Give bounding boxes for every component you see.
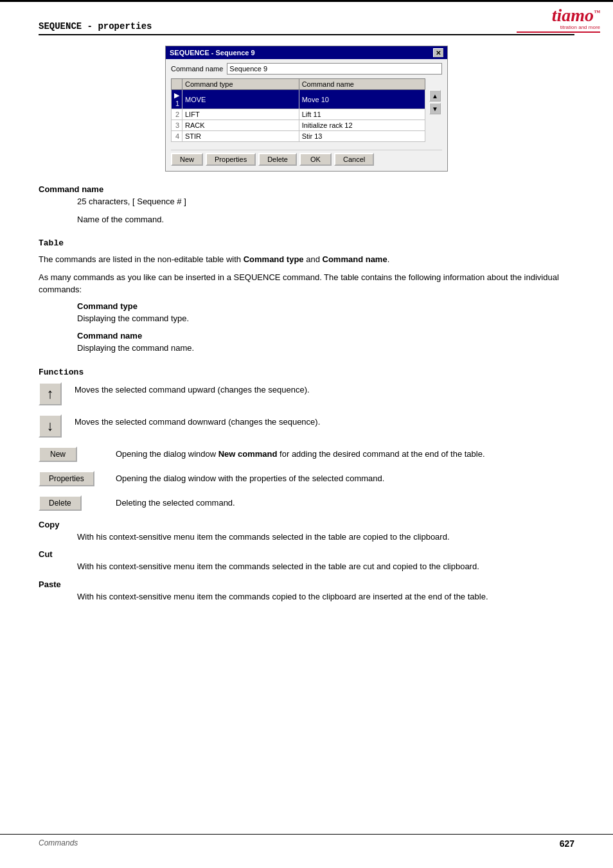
func-new-desc: Opening the dialog window New command fo… <box>116 447 574 461</box>
top-border <box>0 0 613 2</box>
command-name-section: Command name 25 characters, [ Sequence #… <box>39 184 574 226</box>
logo-subtitle: titration and more <box>517 24 600 30</box>
cancel-button[interactable]: Cancel <box>334 153 374 166</box>
dialog-window: SEQUENCE - Sequence 9 ✕ Command name Com… <box>165 46 448 172</box>
table-row[interactable]: 2 LIFT Lift 11 <box>172 109 425 120</box>
page-number: 627 <box>560 838 574 849</box>
move-down-button[interactable]: ▼ <box>429 103 441 114</box>
ok-button[interactable]: OK <box>299 153 332 166</box>
dialog-close-button[interactable]: ✕ <box>433 48 443 57</box>
row-name: Initialize rack 12 <box>299 120 425 131</box>
row-name: Stir 13 <box>299 131 425 142</box>
functions-title: Functions <box>39 368 574 377</box>
commands-table: Command type Command name ▶ 1 MOVE Move … <box>171 78 425 142</box>
col-name-header: Command name <box>299 79 425 90</box>
table-terms: Command type Displaying the command type… <box>77 301 574 355</box>
table-section-title: Table <box>39 238 574 248</box>
term-name-label: Command name <box>77 331 574 341</box>
logo-decoration <box>517 31 600 33</box>
func-up-desc: Moves the selected command upward (chang… <box>75 382 574 396</box>
command-name-row: Command name <box>171 63 442 75</box>
move-up-button[interactable]: ▲ <box>429 90 441 102</box>
page-footer: Commands 627 <box>0 834 613 849</box>
row-name: Lift 11 <box>299 109 425 120</box>
row-type: STIR <box>182 131 299 142</box>
row-num: 3 <box>172 120 182 131</box>
dialog-footer: New Properties Delete OK Cancel <box>171 150 442 167</box>
func-down-arrow-row: ↓ Moves the selected command downward (c… <box>39 414 574 438</box>
new-func-button[interactable]: New <box>39 447 77 462</box>
cut-desc: With his context-sensitive menu item the… <box>77 560 574 573</box>
row-num: ▶ 1 <box>172 90 182 109</box>
paste-desc: With his context-sensitive menu item the… <box>77 590 574 603</box>
row-type: RACK <box>182 120 299 131</box>
col-num-header <box>172 79 182 90</box>
func-properties-desc: Opening the dialog window with the prope… <box>116 471 574 485</box>
delete-func-button[interactable]: Delete <box>39 495 82 511</box>
func-new-row: New Opening the dialog window New comman… <box>39 447 574 462</box>
cut-label: Cut <box>39 549 574 559</box>
footer-left: Commands <box>39 838 78 849</box>
cmd-name-detail: 25 characters, [ Sequence # ] Name of th… <box>77 195 574 226</box>
properties-func-btn-col: Properties <box>39 471 103 486</box>
logo-text: tiamo™ <box>517 6 600 24</box>
table-row[interactable]: 4 STIR Stir 13 <box>172 131 425 142</box>
move-down-icon: ↓ <box>39 414 62 438</box>
properties-button[interactable]: Properties <box>206 153 256 166</box>
properties-func-button[interactable]: Properties <box>39 471 94 486</box>
row-name: Move 10 <box>299 90 425 109</box>
dialog-body: Command name Command type Command name <box>166 59 447 171</box>
term-cut: Cut With his context-sensitive menu item… <box>39 549 574 573</box>
row-type: MOVE <box>182 90 299 109</box>
move-up-icon: ↑ <box>39 382 62 405</box>
term-command-name: Command name Displaying the command name… <box>77 331 574 355</box>
term-command-type: Command type Displaying the command type… <box>77 301 574 325</box>
term-paste: Paste With his context-sensitive menu it… <box>39 580 574 603</box>
command-name-input[interactable] <box>227 63 442 75</box>
logo-area: tiamo™ titration and more <box>517 6 600 45</box>
cmd-name-detail2: Name of the command. <box>77 213 574 226</box>
paste-label: Paste <box>39 580 574 589</box>
new-func-btn-col: New <box>39 447 103 462</box>
main-content: SEQUENCE - properties SEQUENCE - Sequenc… <box>0 8 613 654</box>
table-scroll-area: Command type Command name ▶ 1 MOVE Move … <box>171 78 425 142</box>
row-num: 4 <box>172 131 182 142</box>
new-button[interactable]: New <box>171 153 203 166</box>
dialog-title: SEQUENCE - Sequence 9 <box>170 49 255 57</box>
table-para2: As many commands as you like can be inse… <box>39 271 574 296</box>
cmd-name-section-title: Command name <box>39 184 574 194</box>
copy-label: Copy <box>39 520 574 529</box>
cmd-name-detail1: 25 characters, [ Sequence # ] <box>77 195 574 208</box>
scroll-buttons: ▲ ▼ <box>429 90 441 114</box>
col-type-header: Command type <box>182 79 299 90</box>
copy-desc: With his context-sensitive menu item the… <box>77 531 574 544</box>
func-delete-row: Delete Deleting the selected command. <box>39 495 574 511</box>
term-type-label: Command type <box>77 301 574 311</box>
func-up-arrow-row: ↑ Moves the selected command upward (cha… <box>39 382 574 405</box>
term-name-desc: Displaying the command name. <box>77 342 574 355</box>
dialog-titlebar: SEQUENCE - Sequence 9 ✕ <box>166 46 447 59</box>
func-down-desc: Moves the selected command downward (cha… <box>75 414 574 429</box>
command-name-label: Command name <box>171 65 223 73</box>
term-copy: Copy With his context-sensitive menu ite… <box>39 520 574 544</box>
functions-section: Functions ↑ Moves the selected command u… <box>39 368 574 603</box>
row-type: LIFT <box>182 109 299 120</box>
term-type-desc: Displaying the command type. <box>77 312 574 325</box>
table-row[interactable]: 3 RACK Initialize rack 12 <box>172 120 425 131</box>
func-properties-row: Properties Opening the dialog window wit… <box>39 471 574 486</box>
table-row[interactable]: ▶ 1 MOVE Move 10 <box>172 90 425 109</box>
table-section: Table The commands are listed in the non… <box>39 238 574 355</box>
table-para1: The commands are listed in the non-edita… <box>39 253 574 266</box>
delete-func-btn-col: Delete <box>39 495 103 511</box>
func-delete-desc: Deleting the selected command. <box>116 495 574 509</box>
page-title: SEQUENCE - properties <box>39 21 574 35</box>
row-num: 2 <box>172 109 182 120</box>
delete-button[interactable]: Delete <box>258 153 297 166</box>
